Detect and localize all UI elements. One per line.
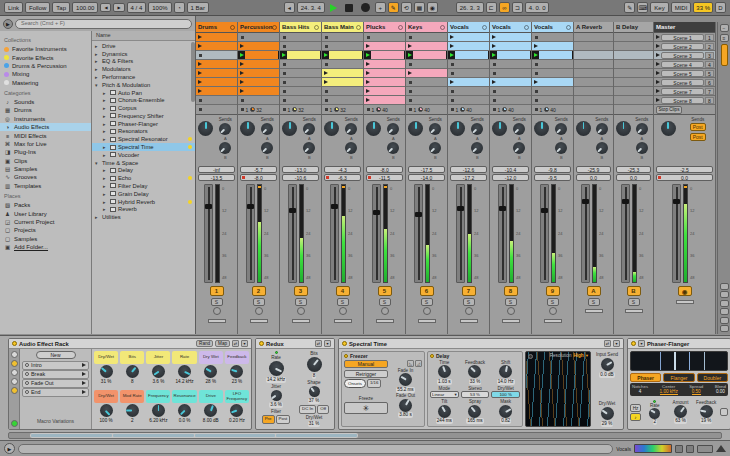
new-variation-button[interactable]: New — [36, 351, 76, 359]
clip-slot[interactable] — [196, 78, 237, 87]
fader-cap[interactable] — [622, 199, 629, 204]
scene-name[interactable]: Scene 3 — [661, 52, 704, 59]
clip-slot[interactable] — [196, 69, 237, 78]
clip-launch-icon[interactable] — [366, 89, 370, 93]
clip-playing-icon[interactable] — [282, 53, 286, 57]
browser-item-modulators[interactable]: ▸Modulators — [92, 65, 195, 73]
pan-knob[interactable] — [534, 121, 549, 136]
send-b-knob[interactable] — [345, 142, 357, 154]
peak-level-field[interactable]: -17.5 — [408, 166, 445, 173]
clip-slot[interactable] — [280, 33, 321, 42]
quantization-menu[interactable]: 1 Bar — [187, 2, 209, 13]
redux-on-led[interactable] — [259, 341, 264, 346]
st-stereo-value[interactable]: 53 % — [461, 391, 490, 398]
clip-launch-icon[interactable] — [366, 71, 370, 75]
macro-value[interactable]: 8 — [130, 379, 135, 385]
phaser-feedback-value[interactable]: 19 % — [700, 418, 712, 424]
clip-slot[interactable] — [280, 51, 321, 60]
st-shift-knob[interactable] — [499, 365, 512, 378]
clip-stop-icon[interactable] — [409, 90, 412, 93]
variation-break[interactable]: Break — [22, 370, 89, 379]
clip-slot[interactable] — [532, 78, 573, 87]
clip-playing-icon[interactable] — [534, 53, 538, 57]
sidebar-item-sounds[interactable]: ♪Sounds — [0, 98, 91, 106]
capture-midi-button[interactable]: ▦ — [414, 2, 425, 13]
nudge-up-button[interactable]: ▶ — [113, 3, 124, 12]
st-drywet-value[interactable]: 100 % — [491, 391, 520, 398]
variation-select-icon[interactable] — [25, 372, 29, 376]
volume-fader[interactable] — [414, 184, 423, 283]
macro-value[interactable]: 23 % — [231, 379, 243, 385]
arrangement-position-field[interactable]: 24. 3. 4 — [297, 2, 325, 13]
volume-fader[interactable] — [581, 184, 590, 283]
variation-end[interactable]: End — [22, 388, 89, 397]
track-header[interactable]: Keys — [406, 22, 447, 33]
browser-item-grain-delay[interactable]: ▸Grain Delay — [92, 190, 195, 198]
clip-slot[interactable] — [406, 87, 447, 96]
sidebar-item-grooves[interactable]: ∿Grooves — [0, 173, 91, 181]
sidebar-item-templates[interactable]: ▥Templates — [0, 182, 91, 190]
redux-shape-value[interactable]: 37 % — [308, 398, 320, 404]
clip-slot[interactable] — [490, 60, 531, 69]
peak-level-field[interactable]: -25.9 — [576, 166, 611, 173]
macro-dial[interactable] — [204, 404, 217, 417]
st-feedback-value[interactable]: 33 % — [469, 379, 481, 385]
st-tilt-value[interactable]: 244 ms — [436, 418, 453, 424]
clip-slot[interactable] — [406, 78, 447, 87]
arm-button[interactable] — [381, 307, 389, 315]
clip-stop-icon[interactable] — [283, 36, 286, 39]
re-enable-automation-button[interactable]: ⟲ — [401, 2, 412, 13]
volume-field[interactable]: 0.0 — [576, 174, 611, 181]
st-time-knob[interactable] — [438, 365, 451, 378]
clip-slot[interactable] — [490, 78, 531, 87]
arm-button[interactable] — [297, 307, 305, 315]
clip-stop-icon[interactable] — [367, 36, 370, 39]
clip-slot[interactable] — [532, 51, 573, 60]
volume-field[interactable]: -9.5 — [534, 174, 571, 181]
scene-name[interactable]: Scene 1 — [661, 34, 704, 41]
scene-name[interactable]: Scene 8 — [661, 97, 704, 104]
send-a-knob[interactable] — [387, 123, 399, 135]
volume-fader[interactable] — [621, 184, 630, 283]
overview-minus-icon[interactable]: − — [720, 24, 729, 32]
clip-stop-icon[interactable] — [283, 72, 286, 75]
track-activator-button[interactable]: 1 — [210, 286, 224, 296]
freeze-button[interactable]: ✳ — [344, 402, 388, 414]
sidebar-item-samples[interactable]: ▢Samples — [0, 235, 91, 243]
show-hide-device-view-icon[interactable] — [716, 445, 726, 452]
browser-item-vocoder[interactable]: ▸Vocoder — [92, 151, 195, 159]
clip-launch-icon[interactable] — [408, 44, 412, 48]
redux-dc-state[interactable]: Off — [317, 405, 329, 414]
pan-knob[interactable] — [616, 121, 631, 136]
scene-name[interactable]: Scene 6 — [661, 79, 704, 86]
sidebar-item-samples[interactable]: ▤Samples — [0, 165, 91, 173]
volume-fader[interactable] — [498, 184, 507, 283]
clip-playing-icon[interactable] — [240, 53, 244, 57]
peak-level-field[interactable]: -5.7 — [240, 166, 277, 173]
freezer-sync-value[interactable]: 1/16 — [367, 379, 382, 388]
rack-rand-button[interactable]: Rand — [196, 340, 213, 347]
send-b-knob[interactable] — [261, 142, 273, 154]
clip-slot[interactable] — [406, 42, 447, 51]
record-button[interactable] — [361, 3, 370, 12]
sidebar-item-midi-effects[interactable]: ≡MIDI Effects — [0, 131, 91, 139]
scene-launch-icon[interactable] — [656, 98, 660, 102]
clip-launch-icon[interactable] — [198, 71, 202, 75]
macro-value[interactable]: 14.2 kHz — [175, 379, 195, 385]
macro-dial[interactable] — [126, 404, 139, 417]
clip-stop-icon[interactable] — [493, 90, 496, 93]
browser-fold-icon[interactable]: ▶ — [3, 19, 13, 29]
pan-knob[interactable] — [282, 121, 297, 136]
peak-level-field[interactable]: -25.3 — [616, 166, 651, 173]
volume-field[interactable]: -12.0 — [492, 174, 529, 181]
redux-fold-icon[interactable]: ▾ — [324, 340, 331, 347]
scene-name[interactable]: Scene 7 — [661, 88, 704, 95]
fade-ramp-out-icon[interactable]: ◿ — [415, 360, 422, 367]
arrangement-follow-button[interactable]: ◂ — [284, 2, 295, 13]
macro-value[interactable]: 100 % — [99, 418, 114, 424]
fader-cap[interactable] — [673, 199, 680, 204]
key-map-button[interactable]: Key — [650, 2, 668, 13]
mixer-volume-toggle[interactable] — [720, 308, 729, 315]
clip-playing-icon[interactable] — [450, 53, 454, 57]
rack-map-button[interactable]: Map — [215, 340, 230, 347]
